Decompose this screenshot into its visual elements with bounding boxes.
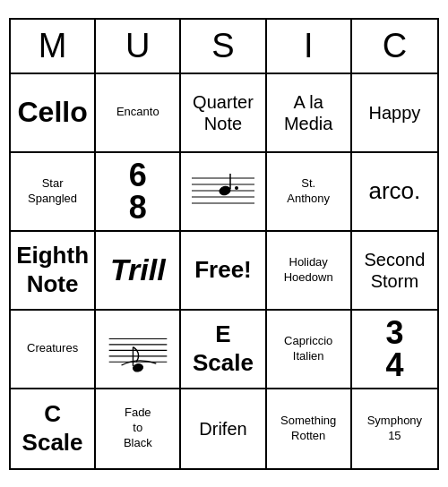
cell-r5c2: FadetoBlack xyxy=(96,389,181,468)
cell-text: CapriccioItalien xyxy=(284,334,332,364)
cell-text: Free! xyxy=(194,256,252,284)
cell-text: EighthNote xyxy=(16,242,89,297)
cell-text: St.Anthony xyxy=(287,176,330,207)
cell-r4c1: Creatures xyxy=(11,311,96,389)
time-sig-bottom: 4 xyxy=(385,349,403,381)
cell-text: EScale xyxy=(193,320,254,376)
cell-r4c5: 3 4 xyxy=(352,311,437,389)
cell-text: Symphony15 xyxy=(367,414,422,444)
svg-point-5 xyxy=(219,185,231,196)
cell-r5c3: Drifen xyxy=(181,389,266,468)
cell-r3c2: Trill xyxy=(96,232,181,311)
time-sig-bottom: 8 xyxy=(129,192,147,224)
cell-r4c3: EScale xyxy=(181,311,266,389)
header-s: S xyxy=(181,20,266,73)
cell-text: CScale xyxy=(22,400,83,456)
cell-r2c1: StarSpangled xyxy=(11,153,96,232)
header-u: U xyxy=(96,20,181,73)
cell-r2c2: 6 8 xyxy=(96,153,181,232)
cell-text: Creatures xyxy=(27,341,78,356)
bingo-header: M U S I C xyxy=(11,20,437,74)
cell-r1c2: Encanto xyxy=(96,74,181,153)
cell-text: QuarterNote xyxy=(193,91,254,134)
cell-r2c3 xyxy=(181,153,266,232)
cell-r3c4: HolidayHoedown xyxy=(267,232,352,311)
cell-r4c4: CapriccioItalien xyxy=(267,311,352,389)
cell-text: A laMedia xyxy=(284,91,332,134)
cell-text: HolidayHoedown xyxy=(284,255,333,286)
time-sig-top: 3 xyxy=(385,317,403,349)
cell-r5c5: Symphony15 xyxy=(352,389,437,468)
cell-text: Drifen xyxy=(199,418,246,440)
cell-r1c3: QuarterNote xyxy=(181,74,266,153)
cell-text: Cello xyxy=(17,97,87,128)
cell-r5c4: SomethingRotten xyxy=(267,389,352,468)
cell-r3c1: EighthNote xyxy=(11,232,96,311)
time-signature-68: 6 8 xyxy=(129,159,147,224)
header-m: M xyxy=(11,20,96,73)
cell-r5c1: CScale xyxy=(11,389,96,468)
cell-r2c5: arco. xyxy=(352,153,437,232)
cell-text: FadetoBlack xyxy=(124,406,152,451)
cell-text: StarSpangled xyxy=(28,176,77,207)
header-c: C xyxy=(352,20,437,73)
staff-eighth-slur-icon xyxy=(102,322,174,376)
bingo-card: M U S I C Cello Encanto QuarterNote A la… xyxy=(9,18,439,470)
cell-r1c4: A laMedia xyxy=(267,74,352,153)
cell-text: SomethingRotten xyxy=(280,414,336,444)
cell-r3c3: Free! xyxy=(181,232,266,311)
svg-point-13 xyxy=(132,363,143,372)
cell-r1c5: Happy xyxy=(352,74,437,153)
staff-dotted-quarter-icon xyxy=(187,165,259,218)
cell-text: arco. xyxy=(368,177,420,205)
time-sig-top: 6 xyxy=(129,159,147,192)
bingo-grid: Cello Encanto QuarterNote A laMedia Happ… xyxy=(11,74,437,468)
cell-r3c5: SecondStorm xyxy=(352,232,437,311)
header-i: I xyxy=(267,20,352,73)
cell-r2c4: St.Anthony xyxy=(267,153,352,232)
time-signature-34: 3 4 xyxy=(385,317,403,381)
cell-r1c1: Cello xyxy=(11,74,96,153)
cell-text: Trill xyxy=(110,252,166,287)
cell-r4c2 xyxy=(96,311,181,389)
cell-text: Encanto xyxy=(116,105,159,120)
cell-text: SecondStorm xyxy=(364,249,425,292)
svg-point-7 xyxy=(235,186,238,190)
cell-text: Happy xyxy=(368,102,420,124)
